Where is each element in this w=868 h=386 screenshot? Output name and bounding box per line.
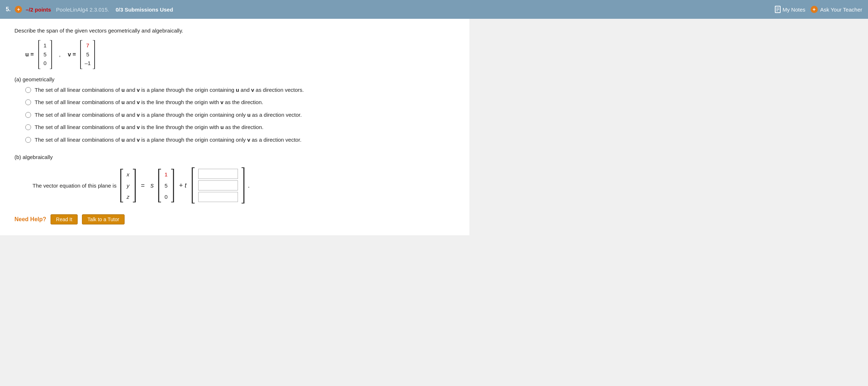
my-notes-button[interactable]: My Notes bbox=[775, 6, 805, 13]
v-cell-2: 5 bbox=[85, 51, 90, 59]
vector-u-label: u = bbox=[25, 51, 34, 58]
need-help-label: Need Help? bbox=[14, 216, 46, 223]
u-cell-3: 0 bbox=[43, 59, 48, 68]
ask-teacher-label: Ask Your Teacher bbox=[820, 7, 862, 13]
vector-v-label: v = bbox=[68, 51, 76, 58]
option-2-text: The set of all linear combinations of u … bbox=[35, 98, 263, 107]
xyz-vector: x y z bbox=[120, 169, 136, 202]
points-label: –/2 points bbox=[26, 7, 51, 13]
coeff-col: 1 5 0 bbox=[162, 169, 170, 202]
coeff-cell-1: 1 bbox=[165, 170, 168, 179]
option-4-text: The set of all linear combinations of u … bbox=[35, 123, 264, 132]
plus-t-label: + t bbox=[178, 182, 188, 189]
notes-icon bbox=[775, 6, 781, 13]
option-2: The set of all linear combinations of u … bbox=[25, 98, 455, 107]
vectors-display: u = 1 5 0 , v = 7 5 –1 bbox=[25, 40, 455, 69]
comma-sep: , bbox=[59, 51, 61, 57]
option-5-text: The set of all linear combinations of u … bbox=[35, 136, 301, 144]
coeff-cell-3: 0 bbox=[165, 192, 168, 202]
s-label: s bbox=[150, 182, 155, 189]
need-help-section: Need Help? Read It Talk to a Tutor bbox=[14, 214, 455, 224]
vector-v-matrix: 7 5 –1 bbox=[80, 40, 95, 69]
vector-v-col: 7 5 –1 bbox=[82, 40, 93, 69]
option-1-text: The set of all linear combinations of u … bbox=[35, 86, 304, 94]
option-3-text: The set of all linear combinations of u … bbox=[35, 111, 302, 119]
y-cell: y bbox=[127, 181, 130, 190]
option-4: The set of all linear combinations of u … bbox=[25, 123, 455, 132]
coeff-cell-2: 5 bbox=[165, 181, 168, 190]
radio-option-3[interactable] bbox=[25, 112, 31, 118]
v-cell-1: 7 bbox=[85, 42, 90, 50]
equals-sign: = bbox=[139, 182, 146, 189]
header-bar: 5. + –/2 points PooleLinAlg4 2.3.015. 0/… bbox=[0, 0, 868, 19]
ref-code: PooleLinAlg4 2.3.015. bbox=[56, 7, 109, 13]
part-b-label: (b) algebraically bbox=[14, 154, 455, 160]
v-cell-3: –1 bbox=[84, 59, 91, 68]
input-field-3[interactable] bbox=[198, 192, 238, 202]
equation-label: The vector equation of this plane is bbox=[32, 183, 117, 189]
option-5: The set of all linear combinations of u … bbox=[25, 136, 455, 144]
question-number: 5. bbox=[6, 6, 10, 13]
vector-u-matrix: 1 5 0 bbox=[38, 40, 52, 69]
u-cell-2: 5 bbox=[43, 51, 48, 59]
radio-option-5[interactable] bbox=[25, 137, 31, 143]
submissions-used: 0/3 Submissions Used bbox=[116, 7, 173, 13]
part-b-section: (b) algebraically The vector equation of… bbox=[14, 154, 455, 203]
input-field-1[interactable] bbox=[198, 169, 238, 179]
main-content: Describe the span of the given vectors g… bbox=[0, 19, 469, 235]
ask-plus-icon: + bbox=[811, 6, 818, 13]
period: . bbox=[248, 182, 250, 189]
part-a-label: (a) geometrically bbox=[14, 76, 455, 82]
input-col bbox=[195, 167, 241, 203]
radio-option-2[interactable] bbox=[25, 99, 31, 105]
read-it-button[interactable]: Read It bbox=[51, 214, 78, 224]
radio-option-1[interactable] bbox=[25, 87, 31, 93]
coeff-vector: 1 5 0 bbox=[158, 169, 174, 202]
x-cell: x bbox=[127, 170, 130, 179]
plus-circle-icon: + bbox=[15, 6, 22, 13]
option-3: The set of all linear combinations of u … bbox=[25, 111, 455, 119]
my-notes-label: My Notes bbox=[782, 7, 805, 13]
option-1: The set of all linear combinations of u … bbox=[25, 86, 455, 94]
input-vector bbox=[192, 167, 244, 203]
u-cell-1: 1 bbox=[43, 42, 48, 50]
talk-to-tutor-button[interactable]: Talk to a Tutor bbox=[82, 214, 125, 224]
xyz-col: x y z bbox=[124, 169, 133, 202]
radio-option-4[interactable] bbox=[25, 124, 31, 130]
input-field-2[interactable] bbox=[198, 180, 238, 190]
vector-equation-area: The vector equation of this plane is x y… bbox=[32, 167, 455, 203]
problem-description: Describe the span of the given vectors g… bbox=[14, 27, 455, 34]
header-actions: My Notes + Ask Your Teacher bbox=[775, 6, 862, 13]
z-cell: z bbox=[127, 192, 130, 202]
vector-u-col: 1 5 0 bbox=[40, 40, 50, 69]
ask-teacher-button[interactable]: + Ask Your Teacher bbox=[811, 6, 862, 13]
